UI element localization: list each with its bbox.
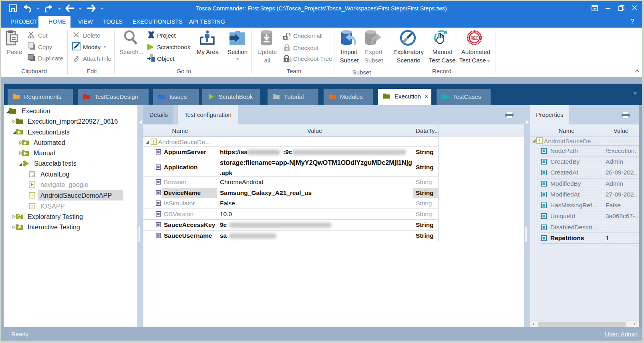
svg-text:!: ! (31, 193, 33, 199)
svg-text:!: ! (539, 138, 540, 144)
svg-text:REC: REC (471, 36, 479, 40)
svg-text:!: ! (153, 139, 155, 145)
svg-text:!: ! (31, 204, 33, 209)
